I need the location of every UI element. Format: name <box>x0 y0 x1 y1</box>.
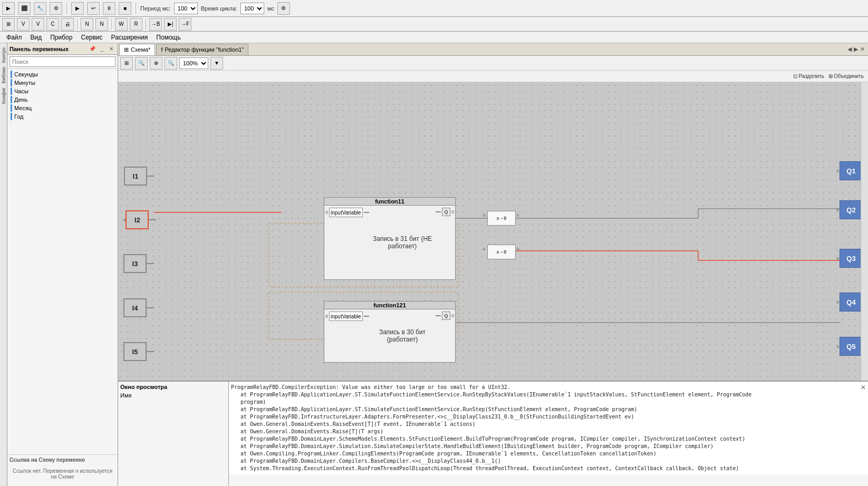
io-label-q1[interactable]: Q1 <box>840 161 863 180</box>
log-close-btn[interactable]: ✕ <box>861 384 866 391</box>
pause-btn[interactable]: ⏸ <box>103 2 115 15</box>
t2-btn12[interactable]: →F <box>179 18 191 31</box>
io-label-q5[interactable]: Q5 <box>840 337 863 356</box>
tab-next-btn[interactable]: ▶ <box>854 46 858 53</box>
cycle-select[interactable]: 100 <box>240 3 264 14</box>
t2-btn11[interactable]: ▶| <box>164 18 177 31</box>
var-item-3[interactable]: День <box>8 95 117 104</box>
tab-close-btn[interactable]: ✕ <box>860 46 865 53</box>
canvas-toolbar: ⊞ 🔍 ⊕ 🔍 100% ▼ <box>118 56 868 71</box>
toolbar-icon3[interactable]: ⚙ <box>50 2 62 15</box>
sidebar-tab-1[interactable]: Библио <box>1 65 7 85</box>
panel-close-btn[interactable]: ✕ <box>107 45 115 53</box>
play-btn[interactable]: ▶ <box>71 2 84 15</box>
menu-extensions[interactable]: Расширения <box>107 33 152 42</box>
watch-name-label: Имя <box>120 392 226 398</box>
var-item-0[interactable]: Секунды <box>8 70 117 79</box>
log-line-5: at Owen.General.DomainEvents.RaiseEvent[… <box>231 421 866 428</box>
t2-btn9[interactable]: R <box>130 18 142 31</box>
io-label-q3[interactable]: Q3 <box>840 249 863 268</box>
merge-btn[interactable]: ⊞ Объединить <box>828 73 864 79</box>
cycle-unit: мс <box>267 5 274 12</box>
fb1-output-row: Q 0 <box>436 208 454 216</box>
t2-btn8[interactable]: W <box>115 18 128 31</box>
t2-btn3[interactable]: V <box>32 18 44 31</box>
panel-min-btn[interactable]: _ <box>98 45 106 53</box>
sidebar-tab-2[interactable]: Конфиг <box>1 85 7 106</box>
log-line-10: at ProgramRelayFBD.DomainLayer.Compilers… <box>231 458 866 465</box>
toolbar-icon2[interactable]: 🔧 <box>34 2 46 15</box>
split-btn[interactable]: ⊡ Разделить <box>793 73 824 79</box>
canvas-zoom-area-btn[interactable]: ⊕ <box>150 57 162 70</box>
toolbar-icon1[interactable]: ⬛ <box>18 2 31 15</box>
merge-label: Объединить <box>834 73 864 79</box>
fb2-out-wire <box>436 315 441 316</box>
var-item-1[interactable]: Минуты <box>8 79 117 87</box>
menu-file[interactable]: Файл <box>2 33 26 42</box>
t2-btn5[interactable]: 🖨 <box>61 18 74 31</box>
log-line-8: at ProgramRelayFBD.DomainLayer.Simulatio… <box>231 443 866 450</box>
log-line-6: at Owen.General.DomainEvents.Raise[T](T … <box>231 428 866 435</box>
conv1-right-zero: 0 <box>517 213 519 218</box>
zoom-select[interactable]: 100% <box>179 57 208 69</box>
t2-btn6[interactable]: N <box>81 18 93 31</box>
menu-service[interactable]: Сервис <box>76 33 107 42</box>
menu-view[interactable]: Вид <box>26 33 46 42</box>
io-label-i2[interactable]: I2 <box>126 210 149 229</box>
log-panel[interactable]: ProgramRelayFBD.CompilerException: Value… <box>229 382 868 474</box>
period-select[interactable]: 100 <box>174 3 198 14</box>
t2-btn2[interactable]: V <box>17 18 30 31</box>
tab-bar: ⊞ Схема* f Редактор функции "function1" … <box>118 43 868 56</box>
canvas-grid-btn[interactable]: ⊞ <box>120 57 133 70</box>
i1-wire <box>147 176 155 177</box>
menu-device[interactable]: Прибор <box>46 33 76 42</box>
fb1-input-wire <box>364 212 369 213</box>
io-label-i4[interactable]: I4 <box>123 298 147 317</box>
t2-btn10[interactable]: →B <box>149 18 162 31</box>
canvas-container[interactable]: I1 0 I2 I3 <box>118 82 868 381</box>
log-line-4: at ProgramRelayFBD.InfrastructureLayer.A… <box>231 413 866 421</box>
func-block-1[interactable]: function11 0 inputVariable Запись в 31 б… <box>324 197 456 280</box>
conv-block-2[interactable]: x→8 <box>487 245 516 259</box>
tab-schema[interactable]: ⊞ Схема* <box>119 44 155 55</box>
fb2-input-box: inputVariable <box>329 312 363 321</box>
menu-help[interactable]: Помощь <box>152 33 185 42</box>
canvas-zoom-drop-btn[interactable]: ▼ <box>210 57 223 70</box>
fb1-out-box: Q <box>442 208 450 216</box>
canvas-zoom-fit-btn[interactable]: 🔍 <box>135 57 148 70</box>
canvas-zoom-in-btn[interactable]: 🔍 <box>165 57 177 70</box>
cycle-config-btn[interactable]: ⚙ <box>277 2 290 15</box>
vertical-scrollbar[interactable] <box>861 82 868 381</box>
io-label-q4[interactable]: Q4 <box>840 293 863 312</box>
io-label-q2[interactable]: Q2 <box>840 200 863 219</box>
panel-header: Панель переменных 📌 _ ✕ <box>7 43 118 55</box>
sidebar-tab-0[interactable]: Контро <box>1 45 7 65</box>
stop-btn[interactable]: ■ <box>119 2 131 15</box>
io-out-q5: 0 Q5 <box>837 337 863 356</box>
var-item-4[interactable]: Месяц <box>8 104 117 112</box>
run-btn[interactable]: ▶ <box>2 2 15 15</box>
log-line-1: at ProgramRelayFBD.ApplicationLayer.ST.S… <box>231 391 866 398</box>
io-label-i1[interactable]: I1 <box>124 167 147 186</box>
io-label-i3[interactable]: I3 <box>123 254 147 273</box>
link-no-refs: Ссылок нет. Переменная н используется на… <box>9 464 115 484</box>
conv-block-1[interactable]: x→8 <box>487 211 516 226</box>
t2-btn1[interactable]: ⊞ <box>2 18 15 31</box>
tab-function[interactable]: f Редактор функции "function1" <box>156 44 248 55</box>
var-item-5[interactable]: Год <box>8 112 117 121</box>
q5-zero: 0 <box>837 344 839 349</box>
log-line-7: at ProgramRelayFBD.DomainLayer.SchemeMod… <box>231 435 866 443</box>
back-btn[interactable]: ↩ <box>87 2 100 15</box>
panel-pin-btn[interactable]: 📌 <box>88 45 97 53</box>
tab-prev-btn[interactable]: ◀ <box>847 46 852 53</box>
var-item-2[interactable]: Часы <box>8 87 117 95</box>
t2-btn4[interactable]: C <box>46 18 59 31</box>
search-input[interactable] <box>9 56 115 67</box>
fb1-out-wire <box>436 211 441 212</box>
q4-zero: 0 <box>837 300 839 305</box>
fb1-comment: Запись в 31 бит (НЕ работает) <box>370 231 435 254</box>
i5-wire <box>147 351 154 352</box>
func-block-2[interactable]: function121 0 inputVariable Запись в 30 … <box>324 301 456 363</box>
io-label-i5[interactable]: I5 <box>123 342 147 361</box>
t2-btn7[interactable]: N <box>95 18 108 31</box>
